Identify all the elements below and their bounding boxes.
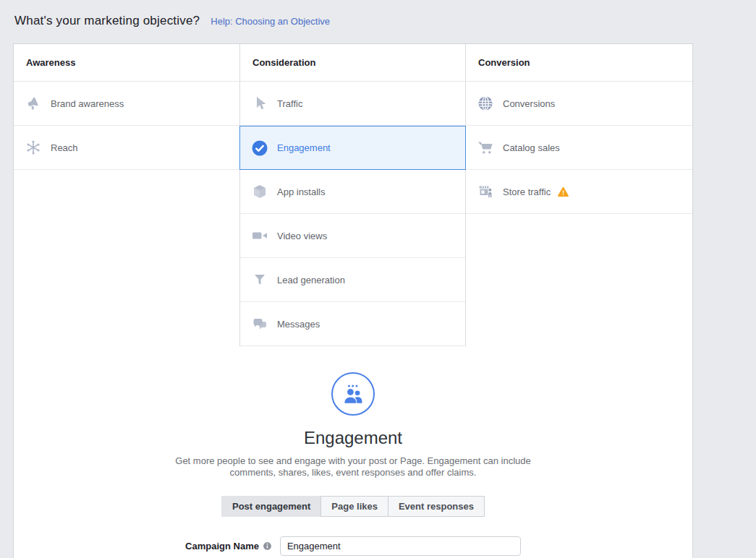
objective-label: App installs bbox=[277, 186, 325, 197]
objective-catalog-sales[interactable]: Catalog sales bbox=[466, 126, 692, 170]
objective-label: Messages bbox=[277, 319, 320, 330]
objective-label: Catalog sales bbox=[503, 142, 560, 153]
objective-conversions[interactable]: Conversions bbox=[466, 82, 692, 126]
tab-page-likes[interactable]: Page likes bbox=[320, 496, 388, 517]
info-icon[interactable] bbox=[263, 541, 272, 551]
column-header: Awareness bbox=[14, 44, 239, 82]
objective-video-views[interactable]: Video views bbox=[240, 214, 465, 258]
engagement-type-tabs: Post engagementPage likesEvent responses bbox=[14, 496, 692, 517]
objective-reach[interactable]: Reach bbox=[14, 126, 239, 170]
cube-icon bbox=[251, 183, 268, 200]
storefront-icon bbox=[477, 183, 494, 200]
objective-panel: AwarenessBrand awarenessReachConsiderati… bbox=[13, 43, 693, 558]
column-consideration: ConsiderationTrafficEngagementApp instal… bbox=[239, 44, 466, 346]
column-conversion: ConversionConversionsCatalog salesStore … bbox=[466, 44, 692, 346]
objective-engagement[interactable]: Engagement bbox=[239, 126, 466, 170]
objective-label: Engagement bbox=[277, 142, 331, 153]
campaign-name-row: Campaign Name bbox=[14, 536, 692, 556]
globe-icon bbox=[477, 95, 494, 112]
objective-lead-generation[interactable]: Lead generation bbox=[240, 258, 465, 302]
objective-label: Video views bbox=[277, 231, 327, 241]
objective-app-installs[interactable]: App installs bbox=[240, 170, 465, 214]
column-header: Consideration bbox=[240, 44, 465, 82]
objective-messages[interactable]: Messages bbox=[240, 302, 465, 346]
campaign-name-input[interactable] bbox=[280, 536, 521, 556]
objective-label: Brand awareness bbox=[51, 98, 124, 109]
objective-traffic[interactable]: Traffic bbox=[240, 82, 465, 126]
video-camera-icon bbox=[251, 227, 268, 244]
objective-label: Lead generation bbox=[277, 275, 345, 286]
tab-event-responses[interactable]: Event responses bbox=[388, 496, 485, 517]
detail-description: Get more people to see and engage with y… bbox=[165, 455, 541, 478]
objective-store-traffic[interactable]: Store traffic bbox=[466, 170, 692, 214]
objective-label: Store traffic bbox=[503, 186, 551, 197]
funnel-icon bbox=[251, 271, 268, 288]
engagement-people-icon bbox=[331, 372, 375, 416]
objective-detail: Engagement Get more people to see and en… bbox=[14, 372, 692, 556]
reach-icon bbox=[25, 139, 42, 156]
megaphone-icon bbox=[25, 95, 42, 112]
objective-label: Reach bbox=[51, 142, 78, 153]
warning-icon bbox=[557, 186, 569, 198]
objective-label: Conversions bbox=[503, 98, 555, 109]
page-header: What's your marketing objective? Help: C… bbox=[0, 0, 756, 43]
column-awareness: AwarenessBrand awarenessReach bbox=[14, 44, 239, 346]
objective-brand-awareness[interactable]: Brand awareness bbox=[14, 82, 239, 126]
campaign-name-label: Campaign Name bbox=[185, 541, 259, 551]
check-circle-icon bbox=[251, 140, 268, 157]
objective-label: Traffic bbox=[277, 98, 302, 109]
detail-title: Engagement bbox=[14, 428, 692, 448]
cart-icon bbox=[477, 139, 494, 156]
objective-columns: AwarenessBrand awarenessReachConsiderati… bbox=[14, 44, 692, 346]
page-title: What's your marketing objective? bbox=[14, 14, 200, 28]
chat-bubbles-icon bbox=[251, 315, 268, 332]
help-link[interactable]: Help: Choosing an Objective bbox=[211, 16, 330, 27]
cursor-icon bbox=[251, 95, 268, 112]
column-header: Conversion bbox=[466, 44, 692, 82]
tab-post-engagement[interactable]: Post engagement bbox=[221, 496, 321, 517]
